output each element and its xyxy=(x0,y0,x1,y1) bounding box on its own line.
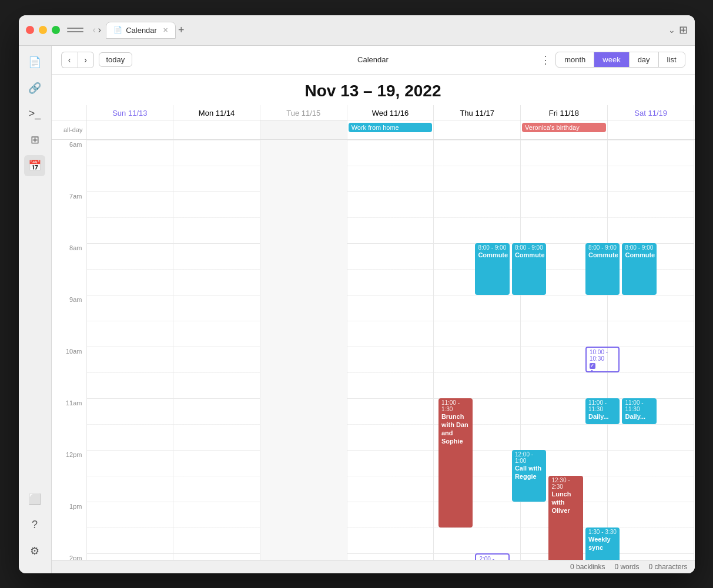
sidebar-icon-help[interactable]: ? xyxy=(24,515,45,536)
calendar-toolbar: ‹ › today Calendar ⋮ month week day list xyxy=(52,46,695,75)
app-body: 📄 🔗 >_ ⊞ 📅 ⬜ ? ⚙ ‹ › today xyxy=(19,46,695,573)
event-block-9[interactable]: 12:30 - 2:30Lunch with Oliver xyxy=(548,476,583,560)
time-label-7am: 7am xyxy=(52,191,87,243)
time-label-2pm: 2pm xyxy=(52,553,87,560)
event-block-10[interactable]: 2:00 - 3:00✓File expense reports xyxy=(475,553,510,560)
week-title-bar: Nov 13 – 19, 2022 xyxy=(52,75,695,105)
day-header-wed[interactable]: Wed 11/16 xyxy=(347,105,434,120)
allday-mon[interactable] xyxy=(173,120,260,139)
event-block-3[interactable]: 8:00 - 9:00Commute xyxy=(622,243,657,295)
allday-event-birthday[interactable]: Veronica's birthday xyxy=(522,123,606,132)
event-block-6[interactable]: 11:00 - 11:30Daily... xyxy=(585,398,620,424)
sidebar-icon-terminal[interactable]: >_ xyxy=(24,103,45,125)
allday-sat[interactable] xyxy=(608,120,695,139)
tab-bar: ‹ › 📄 Calendar ✕ + xyxy=(93,22,668,39)
event-block-4[interactable]: 10:00 - 10:30✓Ansv... xyxy=(585,347,620,372)
time-label-6am: 6am xyxy=(52,140,87,191)
more-options-icon[interactable]: ⋮ xyxy=(540,53,551,66)
time-grid-inner: 6am7am8am9am10am11am12pm1pm2pm3pm4pm5pm6… xyxy=(52,140,695,560)
day-header-fri[interactable]: Fri 11/18 xyxy=(521,105,608,120)
close-button[interactable] xyxy=(26,26,34,34)
sidebar-toggle-button[interactable] xyxy=(67,23,83,36)
tab-label: Calendar xyxy=(126,26,157,35)
calendar-title: Calendar xyxy=(357,55,389,64)
sidebar-icon-vault[interactable]: ⬜ xyxy=(24,489,45,510)
view-selector: month week day list xyxy=(555,52,685,68)
day-header-mon[interactable]: Mon 11/14 xyxy=(173,105,260,120)
day-col-tue[interactable] xyxy=(260,140,347,560)
dropdown-icon[interactable]: ⌄ xyxy=(668,25,675,35)
allday-thu[interactable] xyxy=(434,120,521,139)
allday-wed[interactable]: Work from home xyxy=(347,120,434,139)
time-label-9am: 9am xyxy=(52,295,87,347)
day-header-sun[interactable]: Sun 11/13 xyxy=(87,105,174,120)
allday-event-work-from-home[interactable]: Work from home xyxy=(349,123,433,132)
event-block-7[interactable]: 11:00 - 11:30Daily... xyxy=(622,398,657,424)
allday-fri[interactable]: Veronica's birthday xyxy=(521,120,608,139)
allday-row: all-day Work from home Veronica's birthd… xyxy=(52,120,695,140)
day-col-sun[interactable] xyxy=(87,140,174,560)
time-label-11am: 11am xyxy=(52,398,87,450)
calendar-tab[interactable]: 📄 Calendar ✕ xyxy=(106,22,176,39)
day-col-sat[interactable] xyxy=(608,140,695,560)
day-col-mon[interactable] xyxy=(173,140,260,560)
char-count: 0 characters xyxy=(648,563,687,571)
time-label-10am: 10am xyxy=(52,347,87,398)
time-grid[interactable]: 6am7am8am9am10am11am12pm1pm2pm3pm4pm5pm6… xyxy=(52,140,695,560)
day-header-thu[interactable]: Thu 11/17 xyxy=(434,105,521,120)
day-header-tue[interactable]: Tue 11/15 xyxy=(260,105,347,120)
event-block-11[interactable]: 1:30 - 3:30Weekly sync xyxy=(585,527,620,560)
week-title: Nov 13 – 19, 2022 xyxy=(305,82,441,100)
tab-close-button[interactable]: ✕ xyxy=(163,26,168,34)
day-headers: Sun 11/13 Mon 11/14 Tue 11/15 Wed 11/16 … xyxy=(52,105,695,120)
app-window: ‹ › 📄 Calendar ✕ + ⌄ ⊞ 📄 🔗 >_ ⊞ 📅 ⬜ xyxy=(19,15,695,573)
tab-icon: 📄 xyxy=(113,26,122,34)
event-block-1[interactable]: 8:00 - 9:00Commute xyxy=(512,243,547,295)
word-count: 0 words xyxy=(614,563,639,571)
time-label-8am: 8am xyxy=(52,243,87,295)
nav-back-button[interactable]: ‹ › xyxy=(93,25,102,35)
nav-buttons: ‹ › xyxy=(61,52,94,68)
event-block-0[interactable]: 8:00 - 9:00Commute xyxy=(475,243,510,295)
minimize-button[interactable] xyxy=(39,26,47,34)
month-view-button[interactable]: month xyxy=(556,52,594,67)
allday-label: all-day xyxy=(52,120,87,139)
traffic-lights xyxy=(26,26,60,34)
prev-week-button[interactable]: ‹ xyxy=(61,52,78,68)
calendar-area: ‹ › today Calendar ⋮ month week day list xyxy=(52,46,695,573)
time-label-1pm: 1pm xyxy=(52,502,87,553)
list-view-button[interactable]: list xyxy=(659,52,685,67)
week-view-button[interactable]: week xyxy=(594,52,629,67)
today-button[interactable]: today xyxy=(99,52,133,67)
event-block-8[interactable]: 12:00 - 1:00Call with Reggie xyxy=(512,450,547,502)
sidebar-icon-settings[interactable]: ⚙ xyxy=(24,540,45,562)
time-label-12pm: 12pm xyxy=(52,450,87,502)
sidebar-icon-link[interactable]: 🔗 xyxy=(24,78,45,99)
maximize-button[interactable] xyxy=(52,26,60,34)
status-bar: 0 backlinks 0 words 0 characters xyxy=(52,560,695,573)
more-options-button[interactable]: ⊞ xyxy=(679,23,688,36)
time-col-header xyxy=(52,105,87,120)
day-view-button[interactable]: day xyxy=(630,52,659,67)
event-block-5[interactable]: 11:00 - 1:30Brunch with Dan and Sophie xyxy=(438,398,473,527)
new-tab-button[interactable]: + xyxy=(178,24,185,36)
next-week-button[interactable]: › xyxy=(78,52,94,68)
event-block-2[interactable]: 8:00 - 9:00Commute xyxy=(585,243,620,295)
titlebar-nav: ⌄ ⊞ xyxy=(668,23,688,36)
sidebar-icon-grid[interactable]: ⊞ xyxy=(24,129,45,150)
day-col-wed[interactable] xyxy=(347,140,434,560)
icon-sidebar: 📄 🔗 >_ ⊞ 📅 ⬜ ? ⚙ xyxy=(19,46,52,573)
allday-sun[interactable] xyxy=(87,120,174,139)
sidebar-icon-file[interactable]: 📄 xyxy=(24,52,45,73)
allday-tue[interactable] xyxy=(260,120,347,139)
sidebar-icon-calendar[interactable]: 📅 xyxy=(24,155,45,176)
backlinks-count: 0 backlinks xyxy=(570,563,605,571)
titlebar: ‹ › 📄 Calendar ✕ + ⌄ ⊞ xyxy=(19,15,695,46)
day-header-sat[interactable]: Sat 11/19 xyxy=(608,105,695,120)
